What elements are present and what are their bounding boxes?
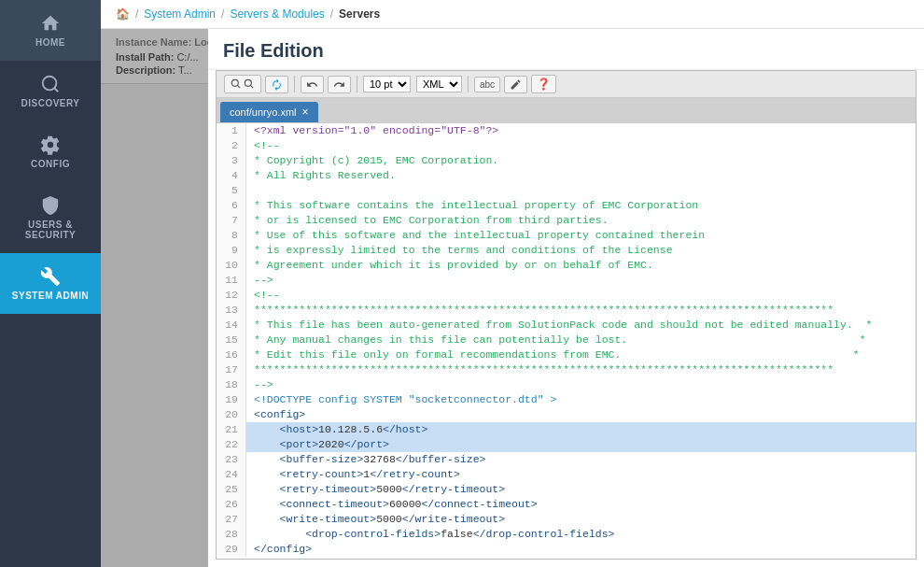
line-content: * All Rights Reserved.	[246, 168, 403, 183]
sidebar-item-config-label: CONFIG	[31, 159, 70, 169]
code-line[interactable]: 9* is expressly limited to the terms and…	[217, 243, 916, 258]
code-line[interactable]: 1<?xml version="1.0" encoding="UTF-8"?>	[217, 123, 916, 138]
code-line[interactable]: 14* This file has been auto-generated fr…	[217, 318, 916, 333]
search-pair-btn[interactable]	[224, 75, 261, 93]
line-number: 14	[217, 318, 246, 333]
line-number: 28	[217, 527, 246, 542]
font-size-select[interactable]: 10 pt 12 pt 14 pt	[363, 76, 411, 92]
code-line[interactable]: 12<!--	[217, 288, 916, 303]
format-select[interactable]: XML Text	[416, 76, 462, 92]
line-number: 16	[217, 347, 246, 362]
line-number: 25	[217, 482, 246, 497]
code-line[interactable]: 20<config>	[217, 407, 916, 422]
line-content: * Use of this software and the intellect…	[246, 228, 712, 243]
file-tab[interactable]: conf/unryo.xml ×	[220, 102, 318, 122]
line-content: * or is licensed to EMC Corporation from…	[246, 213, 616, 228]
refresh-btn[interactable]	[265, 76, 288, 93]
line-number: 15	[217, 333, 246, 347]
sidebar-item-discovery-label: DISCOVERY	[21, 98, 79, 108]
line-number: 13	[217, 303, 246, 318]
breadcrumb: 🏠 / System Admin / Servers & Modules / S…	[101, 0, 924, 29]
sidebar-item-config[interactable]: CONFIG	[0, 121, 101, 182]
line-number: 20	[217, 407, 246, 422]
main-content: 🏠 / System Admin / Servers & Modules / S…	[101, 0, 924, 567]
svg-line-5	[250, 85, 253, 88]
line-number: 23	[217, 452, 246, 467]
code-line[interactable]: 26 <connect-timeout>60000</connect-timeo…	[217, 497, 916, 512]
line-content: * Copyright (c) 2015, EMC Corporation.	[246, 153, 506, 168]
line-content: * This software contains the intellectua…	[246, 198, 706, 213]
code-line[interactable]: 19<!DOCTYPE config SYSTEM "socketconnect…	[217, 392, 916, 407]
code-line[interactable]: 27 <write-timeout>5000</write-timeout>	[217, 512, 916, 527]
code-line[interactable]: 28 <drop-control-fields>false</drop-cont…	[217, 527, 916, 542]
line-content: * This file has been auto-generated from…	[246, 318, 880, 333]
line-content: * is expressly limited to the terms and …	[246, 243, 680, 258]
code-line[interactable]: 22 <port>2020</port>	[217, 437, 916, 452]
line-number: 12	[217, 288, 246, 303]
line-content: * Any manual changes in this file can po…	[246, 333, 874, 347]
code-line[interactable]: 17**************************************…	[217, 362, 916, 377]
help-btn[interactable]: ❓	[531, 75, 556, 93]
code-line[interactable]: 29</config>	[217, 542, 916, 557]
line-content: ****************************************…	[246, 303, 841, 318]
tab-close[interactable]: ×	[302, 106, 309, 119]
line-number: 11	[217, 273, 246, 288]
line-number: 29	[217, 542, 246, 557]
edit-btn[interactable]	[504, 76, 527, 93]
code-line[interactable]: 5	[217, 183, 916, 198]
redo-btn[interactable]	[328, 76, 351, 93]
sidebar-item-discovery[interactable]: DISCOVERY	[0, 61, 101, 121]
undo-btn[interactable]	[301, 76, 324, 93]
code-line[interactable]: 4* All Rights Reserved.	[217, 168, 916, 183]
line-content: <host>10.128.5.6</host>	[246, 422, 435, 437]
line-number: 6	[217, 198, 246, 213]
code-line[interactable]: 6* This software contains the intellectu…	[217, 198, 916, 213]
line-content: <!--	[246, 138, 287, 153]
line-number: 10	[217, 258, 246, 273]
breadcrumb-servers-modules[interactable]: Servers & Modules	[230, 7, 324, 21]
code-line[interactable]: 16* Edit this file only on formal recomm…	[217, 347, 916, 362]
line-content: <connect-timeout>60000</connect-timeout>	[246, 497, 545, 512]
line-content: <retry-count>1</retry-count>	[246, 467, 468, 482]
code-line[interactable]: 3* Copyright (c) 2015, EMC Corporation.	[217, 153, 916, 168]
code-editor[interactable]: 1<?xml version="1.0" encoding="UTF-8"?>2…	[217, 123, 916, 559]
code-line[interactable]: 2<!--	[217, 138, 916, 153]
code-line[interactable]: 11-->	[217, 273, 916, 288]
line-number: 3	[217, 153, 246, 168]
svg-point-2	[231, 79, 238, 86]
code-line[interactable]: 10* Agreement under which it is provided…	[217, 258, 916, 273]
code-line[interactable]: 7* or is licensed to EMC Corporation fro…	[217, 213, 916, 228]
home-icon: 🏠	[116, 7, 130, 21]
line-content: <port>2020</port>	[246, 437, 397, 452]
content-area: Instance Name: Local Server Install Path…	[101, 29, 924, 567]
line-number: 9	[217, 243, 246, 258]
line-content: * Agreement under which it is provided b…	[246, 258, 661, 273]
code-line[interactable]: 25 <retry-timeout>5000</retry-timeout>	[217, 482, 916, 497]
code-line[interactable]: 23 <buffer-size>32768</buffer-size>	[217, 452, 916, 467]
abc-btn[interactable]: abc	[474, 77, 500, 92]
line-number: 22	[217, 437, 246, 452]
code-line[interactable]: 13**************************************…	[217, 303, 916, 318]
code-line[interactable]: 8* Use of this software and the intellec…	[217, 228, 916, 243]
code-line[interactable]: 21 <host>10.128.5.6</host>	[217, 422, 916, 437]
line-content: <retry-timeout>5000</retry-timeout>	[246, 482, 512, 497]
breadcrumb-system-admin[interactable]: System Admin	[144, 7, 216, 21]
line-content	[246, 183, 261, 198]
sidebar-item-system-admin[interactable]: SYSTEM ADMIN	[0, 253, 101, 314]
file-edition-title: File Edition	[208, 29, 924, 70]
line-content: <!DOCTYPE config SYSTEM "socketconnector…	[246, 392, 564, 407]
line-number: 17	[217, 362, 246, 377]
line-number: 24	[217, 467, 246, 482]
svg-line-1	[54, 88, 58, 92]
sidebar-item-home[interactable]: HOME	[0, 0, 101, 61]
sidebar: HOME DISCOVERY CONFIG USERS &SECURITY SY…	[0, 0, 101, 567]
code-line[interactable]: 18-->	[217, 377, 916, 392]
line-number: 5	[217, 183, 246, 198]
code-line[interactable]: 24 <retry-count>1</retry-count>	[217, 467, 916, 482]
line-content: <!--	[246, 288, 287, 303]
code-line[interactable]: 15* Any manual changes in this file can …	[217, 333, 916, 347]
line-content: <drop-control-fields>false</drop-control…	[246, 527, 623, 542]
tab-filename: conf/unryo.xml	[230, 106, 297, 118]
sidebar-item-users-security[interactable]: USERS &SECURITY	[0, 182, 101, 253]
line-number: 27	[217, 512, 246, 527]
